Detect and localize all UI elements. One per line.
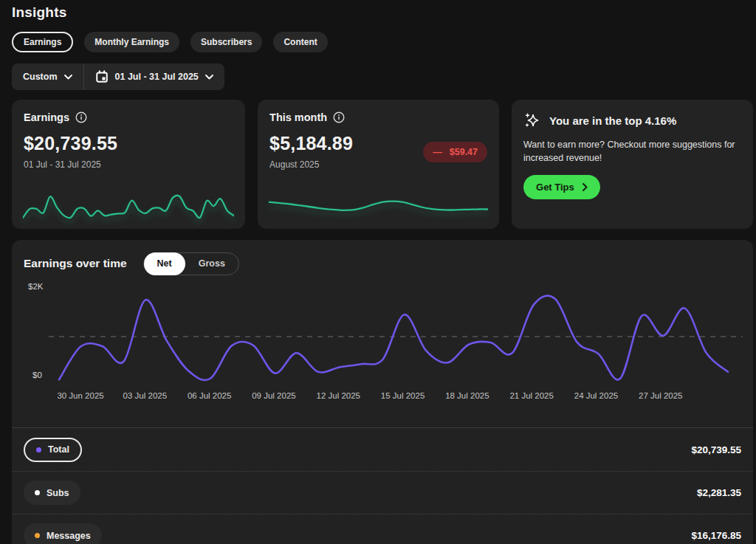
this-month-card-title: This month [269,111,327,123]
chevron-down-icon [205,75,213,80]
x-tick-label: 24 Jul 2025 [574,391,618,400]
range-type-dropdown[interactable]: Custom [12,63,83,90]
line-chart: $2K $0 30 Jun 202503 Jul 202506 Jul 2025… [24,283,741,427]
x-tick-label: 15 Jul 2025 [381,391,425,400]
subs-label: Subs [47,488,69,498]
x-tick-label: 30 Jun 2025 [57,391,103,400]
top-percent-body: Want to earn more? Checkout more suggest… [523,138,741,165]
x-axis-labels: 30 Jun 202503 Jul 202506 Jul 202509 Jul … [49,390,740,403]
chevron-right-icon [583,183,588,191]
calendar-icon [95,70,109,83]
tab-monthly-earnings[interactable]: Monthly Earnings [84,32,179,52]
subs-dot [35,490,40,495]
total-dot [36,447,41,452]
x-tick-label: 27 Jul 2025 [639,391,682,400]
legend-pill-total[interactable]: Total [24,438,82,462]
chart-title: Earnings over time [24,257,127,270]
get-tips-button[interactable]: Get Tips [523,175,600,199]
tab-earnings[interactable]: Earnings [12,32,73,52]
x-tick-label: 06 Jul 2025 [188,391,231,400]
x-tick-label: 09 Jul 2025 [252,391,295,400]
x-tick-label: 03 Jul 2025 [123,391,167,400]
earnings-card: Earnings $20,739.55 01 Jul - 31 Jul 2025 [12,100,245,229]
this-month-card: This month $5,184.89 August 2025 — $59.4… [258,100,499,229]
x-tick-label: 18 Jul 2025 [445,391,489,400]
this-month-sparkline [269,189,488,220]
subs-value: $2,281.35 [697,487,741,498]
top-percent-title: You are in the top 4.16% [549,114,676,127]
sparkle-icon [523,111,541,129]
messages-label: Messages [47,531,91,541]
stat-cards: Earnings $20,739.55 01 Jul - 31 Jul 2025… [12,100,753,229]
earnings-over-time-panel: Earnings over time Net Gross $2K $0 30 J… [12,240,753,544]
earnings-period: 01 Jul - 31 Jul 2025 [24,159,233,170]
legend-row-subs: Subs $2,281.35 [12,471,753,514]
page-title: Insights [12,4,747,21]
legend-pill-subs[interactable]: Subs [24,481,80,505]
tab-content[interactable]: Content [273,32,327,52]
insights-page: Insights Earnings Monthly Earnings Subsc… [0,0,756,544]
earnings-card-title: Earnings [24,111,69,123]
legend-pill-messages[interactable]: Messages [24,523,102,544]
negative-delta-badge: — $59.47 [423,142,487,162]
earnings-amount: $20,739.55 [24,133,233,154]
info-icon[interactable] [333,111,345,123]
y-axis-label-min: $0 [32,371,42,379]
date-range-label: 01 Jul - 31 Jul 2025 [115,72,199,82]
legend-row-messages: Messages $16,176.85 [12,514,753,544]
insights-tabs: Earnings Monthly Earnings Subscribers Co… [12,32,747,52]
tab-subscribers[interactable]: Subscribers [190,32,262,52]
messages-value: $16,176.85 [691,530,741,541]
net-gross-toggle: Net Gross [143,252,239,275]
top-percent-card: You are in the top 4.16% Want to earn mo… [512,100,753,229]
chart-plot-area [49,286,743,384]
y-axis-label-max: $2K [28,282,43,291]
legend-row-total: Total $20,739.55 [12,428,753,471]
delta-amount: $59.47 [450,147,478,157]
messages-dot [35,533,40,538]
x-tick-label: 12 Jul 2025 [317,391,360,400]
chevron-down-icon [64,75,72,80]
toggle-gross[interactable]: Gross [185,252,238,275]
date-filter-bar: Custom 01 Jul - 31 Jul 2025 [12,63,224,90]
date-range-picker[interactable]: 01 Jul - 31 Jul 2025 [84,63,224,90]
toggle-net[interactable]: Net [144,252,185,275]
info-icon[interactable] [75,111,87,123]
total-label: Total [48,444,69,455]
earnings-sparkline [23,189,234,220]
x-tick-label: 21 Jul 2025 [509,391,553,400]
minus-sign: — [433,147,442,157]
total-value: $20,739.55 [691,444,741,455]
range-type-label: Custom [23,72,58,82]
get-tips-label: Get Tips [536,182,574,193]
